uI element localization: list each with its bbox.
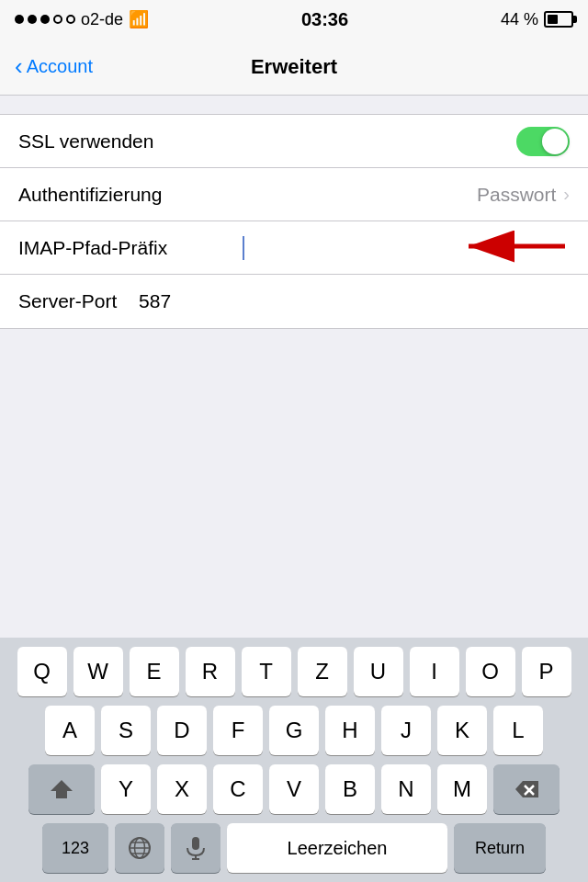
key-S[interactable]: S (101, 706, 151, 755)
back-chevron-icon: ‹ (15, 52, 23, 81)
key-I[interactable]: I (410, 647, 459, 696)
key-U[interactable]: U (354, 647, 403, 696)
key-H[interactable]: H (325, 706, 375, 755)
signal-dot-5 (66, 15, 75, 24)
keyboard-row-2: A S D F G H J K L (5, 706, 583, 755)
signal-dot-2 (28, 15, 37, 24)
ssl-label: SSL verwenden (18, 130, 516, 153)
auth-label: Authentifizierung (18, 184, 477, 206)
signal-dot-3 (40, 15, 50, 24)
signal-dots (15, 15, 75, 24)
port-value: 587 (139, 290, 171, 312)
battery-fill (548, 15, 558, 24)
imap-cursor (243, 236, 244, 260)
imap-input[interactable] (239, 236, 459, 260)
auth-chevron-icon: › (563, 184, 570, 205)
settings-section: SSL verwenden Authentifizierung Passwort… (0, 114, 588, 329)
key-X[interactable]: X (157, 764, 207, 814)
key-V[interactable]: V (269, 764, 319, 814)
keyboard-row-1: Q W E R T Z U I O P (5, 647, 583, 696)
key-T[interactable]: T (242, 647, 291, 696)
key-K[interactable]: K (437, 706, 487, 755)
key-E[interactable]: E (130, 647, 179, 696)
key-F[interactable]: F (213, 706, 263, 755)
key-P[interactable]: P (522, 647, 571, 696)
status-left: o2-de 📶 (15, 9, 149, 29)
ssl-row: SSL verwenden (0, 115, 588, 168)
space-key[interactable]: Leerzeichen (227, 823, 447, 873)
globe-key[interactable] (115, 823, 164, 873)
signal-dot-4 (53, 15, 62, 24)
toggle-knob (542, 129, 568, 154)
key-W[interactable]: W (74, 647, 123, 696)
auth-value: Passwort (477, 184, 556, 206)
key-G[interactable]: G (269, 706, 319, 755)
keyboard-row-3: Y X C V B N M (5, 764, 583, 814)
signal-dot-1 (15, 15, 24, 24)
keyboard-row-4: 123 Leerzeichen Return (5, 823, 583, 873)
key-A[interactable]: A (45, 706, 95, 755)
status-time: 03:36 (301, 9, 348, 30)
port-row: Server-Port 587 (0, 275, 588, 328)
wifi-icon: 📶 (129, 9, 149, 29)
back-label: Account (27, 56, 93, 77)
status-bar: o2-de 📶 03:36 44 % (0, 0, 588, 39)
port-label: Server-Port 587 (18, 290, 570, 312)
backspace-key[interactable] (493, 764, 560, 814)
page-title: Erweitert (251, 55, 337, 79)
shift-key[interactable] (28, 764, 95, 814)
key-R[interactable]: R (186, 647, 235, 696)
key-N[interactable]: N (381, 764, 431, 814)
auth-row[interactable]: Authentifizierung Passwort › (0, 168, 588, 221)
back-button[interactable]: ‹ Account (15, 52, 93, 81)
mic-key[interactable] (171, 823, 220, 873)
key-Y[interactable]: Y (101, 764, 151, 814)
return-key[interactable]: Return (454, 823, 546, 873)
status-right: 44 % (501, 10, 573, 29)
key-J[interactable]: J (381, 706, 431, 755)
battery-icon (544, 11, 573, 28)
key-O[interactable]: O (466, 647, 515, 696)
nav-bar: ‹ Account Erweitert (0, 39, 588, 96)
key-Z[interactable]: Z (298, 647, 347, 696)
imap-row[interactable]: IMAP-Pfad-Präfix (0, 221, 588, 275)
gray-gap (0, 329, 588, 351)
key-L[interactable]: L (493, 706, 543, 755)
svg-rect-10 (192, 837, 199, 850)
key-Q[interactable]: Q (17, 647, 67, 696)
imap-label: IMAP-Pfad-Präfix (18, 237, 239, 259)
svg-marker-2 (51, 780, 73, 798)
ssl-toggle[interactable] (516, 127, 570, 156)
key-B[interactable]: B (325, 764, 375, 814)
red-arrow-annotation (459, 229, 570, 267)
keyboard: Q W E R T Z U I O P A S D F G H J K L Y … (0, 638, 588, 882)
key-C[interactable]: C (213, 764, 263, 814)
key-D[interactable]: D (157, 706, 207, 755)
num-key[interactable]: 123 (42, 823, 108, 873)
key-M[interactable]: M (437, 764, 487, 814)
carrier-text: o2-de (81, 10, 123, 29)
battery-percent: 44 % (501, 10, 538, 29)
